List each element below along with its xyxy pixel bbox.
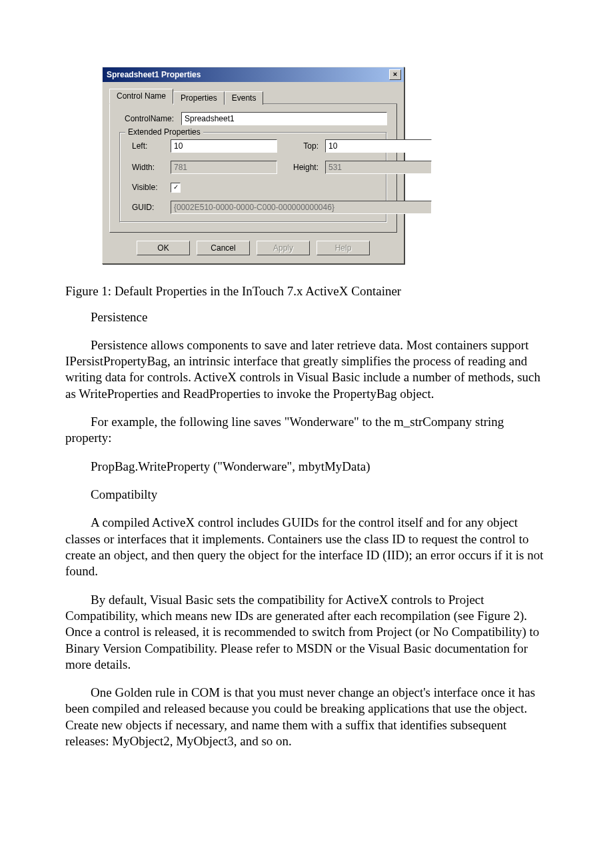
close-icon[interactable]: × (389, 69, 401, 80)
ok-button[interactable]: OK (137, 241, 190, 255)
control-name-input[interactable] (181, 112, 387, 125)
guid-label: GUID: (132, 203, 167, 212)
tab-events[interactable]: Events (225, 91, 264, 105)
cancel-button[interactable]: Cancel (197, 241, 250, 255)
dialog-titlebar: Spreadsheet1 Properties × (103, 67, 404, 82)
width-label: Width: (132, 163, 167, 172)
paragraph-compat-2: By default, Visual Basic sets the compat… (65, 592, 548, 673)
tab-panel: ControlName: Extended Properties Left: T… (109, 104, 397, 233)
tab-strip: Control Name Properties Events (103, 82, 404, 104)
top-label: Top: (281, 141, 321, 151)
help-button: Help (316, 241, 370, 255)
heading-compatibility: Compatibilty (65, 487, 548, 503)
paragraph-example: For example, the following line saves "W… (65, 414, 548, 447)
paragraph-persistence: Persistence allows components to save an… (65, 337, 548, 402)
top-input[interactable] (325, 139, 432, 153)
height-input (325, 161, 432, 174)
paragraph-compat-1: A compiled ActiveX control includes GUID… (65, 515, 548, 579)
properties-dialog: Spreadsheet1 Properties × Control Name P… (102, 67, 404, 264)
figure-caption: Figure 1: Default Properties in the InTo… (65, 284, 548, 299)
tab-properties[interactable]: Properties (173, 91, 225, 105)
extended-properties-legend: Extended Properties (125, 127, 203, 137)
width-input (171, 161, 277, 174)
tab-control-name[interactable]: Control Name (109, 89, 173, 104)
paragraph-compat-3: One Golden rule in COM is that you must … (65, 685, 548, 749)
visible-checkbox[interactable]: ✓ (171, 183, 181, 193)
apply-button: Apply (257, 241, 310, 255)
code-line: PropBag.WriteProperty ("Wonderware", mby… (65, 459, 548, 475)
document-page: Spreadsheet1 Properties × Control Name P… (0, 0, 613, 801)
dialog-title: Spreadsheet1 Properties (107, 70, 201, 79)
control-name-label: ControlName: (119, 114, 181, 123)
left-label: Left: (132, 141, 167, 151)
left-input[interactable] (171, 139, 277, 153)
heading-persistence: Persistence (65, 309, 548, 325)
visible-label: Visible: (132, 183, 167, 192)
dialog-button-row: OK Cancel Apply Help (103, 241, 404, 263)
extended-properties-group: Extended Properties Left: Top: Width: He… (119, 132, 387, 223)
guid-input (171, 201, 432, 214)
height-label: Height: (281, 163, 321, 172)
